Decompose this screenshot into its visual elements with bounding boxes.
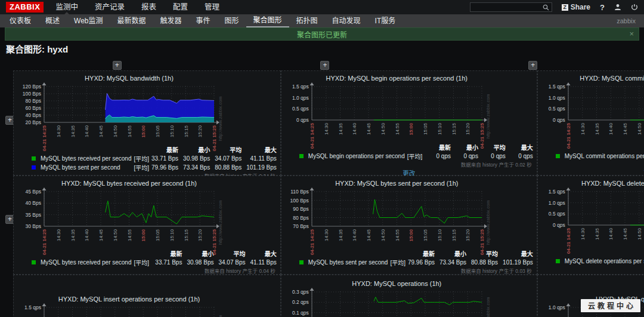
subnav-triggers[interactable]: 触发器: [153, 14, 189, 27]
subnav-it-services[interactable]: IT服务: [368, 14, 403, 27]
svg-text:14:55: 14:55: [127, 125, 132, 137]
y-axis-label: 0 qps: [538, 222, 565, 228]
subnav-web[interactable]: Web监测: [67, 14, 110, 27]
graph-canvas[interactable]: [311, 289, 488, 317]
menu-item-reports[interactable]: 报表: [141, 0, 156, 14]
y-axis-label: 1.5 qps: [538, 189, 565, 195]
svg-text:04-21 15:25: 04-21 15:25: [212, 125, 217, 151]
svg-text:15:05: 15:05: [155, 125, 160, 137]
y-axis-label: 0 qps: [538, 117, 565, 123]
y-axis-label: 80 Bps: [14, 98, 41, 104]
zabbix-logo[interactable]: ZABBIX: [6, 2, 44, 13]
graph-plot[interactable]: 0 qps0.5 qps1.0 qps1.5 qps04-21 14:2514:…: [14, 304, 280, 317]
svg-text:04-21 14:25: 04-21 14:25: [42, 229, 47, 255]
svg-text:15:15: 15:15: [184, 125, 189, 137]
graph-canvas[interactable]: [44, 84, 221, 124]
subnav-overview[interactable]: 概述: [38, 14, 67, 27]
graph-caption: 数据来自 history 产生于 0.02 秒: [538, 161, 644, 167]
zabbix-url-watermark: http://www.zabbix.com: [485, 84, 491, 139]
subnav-graphs[interactable]: 图形: [218, 14, 246, 27]
svg-text:14:45: 14:45: [623, 122, 628, 135]
close-icon[interactable]: ×: [629, 29, 634, 38]
svg-text:15:10: 15:10: [437, 122, 442, 135]
svg-text:14:40: 14:40: [352, 122, 357, 135]
y-axis-label: 120 Bps: [14, 84, 41, 90]
svg-text:14:40: 14:40: [352, 229, 357, 241]
svg-text:14:40: 14:40: [84, 125, 89, 137]
svg-text:15:00: 15:00: [141, 125, 146, 137]
graph-title: HYXD: MySQL operations (1h): [311, 280, 482, 288]
graph-canvas[interactable]: [311, 84, 488, 122]
menu-item-configuration[interactable]: 配置: [173, 0, 188, 14]
svg-text:14:30: 14:30: [56, 229, 61, 241]
zabbix-url-watermark: http://www.zabbix.com: [218, 189, 223, 245]
y-axis-label: 0.3 qps: [281, 289, 309, 295]
graph-plot[interactable]: 0 qps0.1 qps0.2 qps0.3 qps04-21 14:2514:…: [281, 289, 537, 317]
graph-plot[interactable]: 0 qps0.5 qps1.0 qps1.5 qps04-21 14:2514:…: [538, 84, 644, 142]
svg-text:15:05: 15:05: [423, 122, 428, 135]
graph-canvas[interactable]: [44, 189, 221, 228]
svg-text:14:40: 14:40: [608, 122, 614, 135]
share-label: Share: [571, 3, 590, 11]
add-column-button[interactable]: +: [320, 61, 329, 70]
main-menu: 监测中 资产记录 报表 配置 管理: [55, 0, 219, 14]
legend-row: MySQL bytes sent per second[平均]79.96 Bps…: [30, 163, 280, 172]
y-axis-label: 20 Bps: [14, 119, 41, 125]
graph-plot[interactable]: 0 qps0.5 qps1.0 qps1.5 qps04-21 14:2514:…: [281, 84, 537, 142]
legend-row: MySQL begin operations per second[平均]0 q…: [298, 152, 537, 161]
menu-item-inventory[interactable]: 资产记录: [95, 0, 125, 14]
legend-row: MySQL bytes received per second[平均]33.71…: [30, 154, 280, 163]
subnav-events[interactable]: 事件: [189, 14, 218, 27]
subnav-maps[interactable]: 拓扑图: [289, 14, 325, 27]
graph-legend: 最新最小平均最大MySQL begin operations per secon…: [298, 143, 537, 161]
logout-icon[interactable]: [631, 4, 638, 11]
graph-canvas[interactable]: [568, 189, 644, 227]
subnav-screens[interactable]: 聚合图形: [246, 14, 289, 27]
zabbix-url-watermark: http://www.zabbix.com: [218, 84, 223, 141]
svg-text:15:05: 15:05: [155, 229, 160, 241]
graph-plot[interactable]: 20 Bps40 Bps60 Bps80 Bps100 Bps120 Bps04…: [14, 84, 280, 144]
graph-caption: 数据来自 history 产生于 0.02 秒: [281, 161, 532, 167]
svg-text:14:50: 14:50: [636, 122, 642, 135]
add-column-button[interactable]: +: [113, 61, 122, 70]
graph-plot[interactable]: 0 qps0.5 qps1.0 qps1.5 qps04-21 14:2514:…: [538, 189, 644, 247]
graph-cell-insert-ops: HYXD: MySQL insert operations per second…: [13, 275, 281, 317]
svg-text:14:30: 14:30: [324, 229, 329, 241]
profile-icon[interactable]: [614, 4, 621, 11]
y-axis-label: 90 Bps: [281, 206, 309, 212]
graph-caption: 数据来自 history 产生于 0.03 秒: [281, 267, 532, 273]
search-box[interactable]: [470, 2, 552, 12]
subnav-latest-data[interactable]: 最新数据: [110, 14, 153, 27]
svg-text:14:45: 14:45: [98, 125, 104, 137]
graph-canvas[interactable]: [568, 84, 644, 122]
graph-title: HYXD: MySQL bytes received per second (1…: [44, 180, 215, 188]
menu-item-monitoring[interactable]: 监测中: [55, 0, 78, 14]
svg-text:15:20: 15:20: [465, 122, 470, 135]
subnav-dashboard[interactable]: 仪表板: [2, 14, 38, 27]
graph-plot[interactable]: 30 Bps35 Bps40 Bps45 Bps04-21 14:2514:30…: [14, 189, 280, 248]
graph-canvas[interactable]: [44, 304, 221, 317]
notification-text: 聚合图形已更新: [297, 29, 347, 39]
svg-text:14:45: 14:45: [98, 229, 104, 241]
menu-item-administration[interactable]: 管理: [205, 0, 219, 14]
share-button[interactable]: Z Share: [562, 3, 590, 11]
svg-text:04-21 14:25: 04-21 14:25: [309, 229, 315, 255]
svg-text:15:05: 15:05: [423, 229, 428, 241]
graph-cell-commit-ops: HYXD: MySQL commit operations per second…: [537, 70, 644, 176]
search-input[interactable]: [473, 4, 543, 11]
graph-canvas[interactable]: [311, 189, 488, 228]
graph-caption: 数据来自 history 产生于 0.02 秒: [538, 266, 644, 272]
help-button[interactable]: ?: [600, 3, 605, 12]
search-icon[interactable]: [543, 4, 549, 11]
graph-title: HYXD: MySQL bandwidth (1h): [44, 75, 215, 83]
add-column-button[interactable]: +: [528, 61, 537, 70]
svg-text:04-21 15:25: 04-21 15:25: [212, 229, 217, 255]
svg-text:15:10: 15:10: [437, 229, 442, 241]
subnav-discovery[interactable]: 自动发现: [325, 14, 368, 27]
graph-plot[interactable]: 70 Bps80 Bps90 Bps100 Bps110 Bps04-21 14…: [281, 189, 537, 248]
svg-text:14:35: 14:35: [70, 229, 76, 241]
y-axis-label: 35 Bps: [14, 212, 41, 218]
svg-text:15:15: 15:15: [184, 229, 189, 241]
y-axis-label: 1.0 qps: [538, 304, 565, 310]
svg-text:14:45: 14:45: [623, 227, 628, 240]
